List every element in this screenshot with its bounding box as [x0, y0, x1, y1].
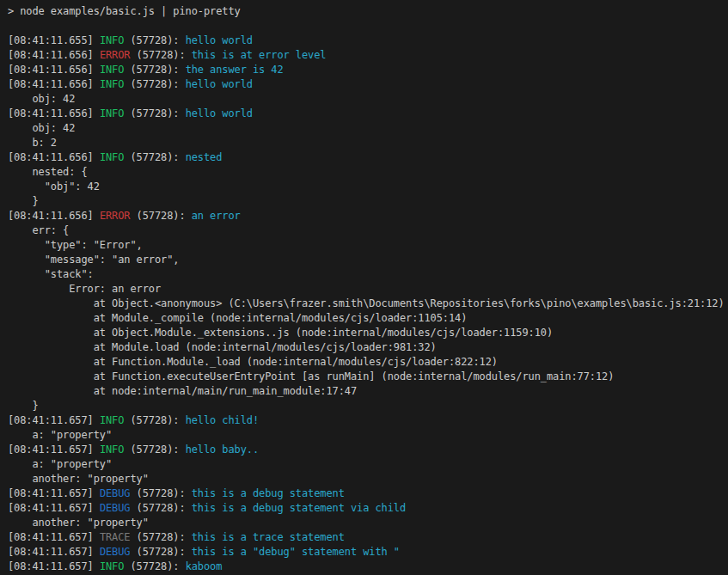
- terminal-text-span: hello world: [186, 78, 253, 90]
- terminal-line: at Object.<anonymous> (C:\Users\frazer.s…: [8, 297, 728, 311]
- terminal-text-span: at Object.<anonymous> (C:\Users\frazer.s…: [8, 297, 725, 309]
- terminal-text-span: [08:41:11.657]: [8, 502, 100, 514]
- terminal-text-span: this is at error level: [192, 49, 327, 61]
- terminal-text-span: at Function.executeUserEntryPoint [as ru…: [8, 370, 614, 382]
- terminal-text-span: err: {: [8, 224, 69, 236]
- terminal-text-span: (57728):: [131, 502, 192, 514]
- terminal-line: at Object.Module._extensions..js (node:i…: [8, 326, 728, 340]
- terminal-line: at Function.Module._load (node:internal/…: [8, 355, 728, 370]
- terminal-text-span: INFO: [100, 107, 125, 119]
- terminal-line: [08:41:11.657] INFO (57728): kaboom: [8, 560, 728, 574]
- terminal-line: [08:41:11.657] INFO (57728): hello child…: [8, 413, 728, 428]
- terminal-text-span: [08:41:11.657]: [8, 487, 100, 499]
- terminal-text-span: (57728):: [124, 34, 185, 46]
- terminal-text-span: [08:41:11.657]: [8, 414, 100, 426]
- terminal-text-span: (57728):: [124, 78, 185, 90]
- terminal-text-span: at Module._compile (node:internal/module…: [8, 312, 467, 324]
- terminal-text-span: (57728):: [131, 49, 192, 61]
- terminal-text-span: (57728):: [131, 546, 192, 558]
- terminal-text-span: b: 2: [8, 137, 57, 149]
- terminal-text-span: INFO: [100, 443, 125, 456]
- terminal-text-span: hello child!: [186, 414, 260, 426]
- terminal-text-span: DEBUG: [100, 487, 131, 499]
- terminal-text-span: (57728):: [124, 107, 185, 119]
- terminal-text-span: "type": "Error",: [8, 239, 143, 251]
- terminal-text-span: a: "property": [8, 458, 112, 470]
- terminal-line: [08:41:11.657] DEBUG (57728): this is a …: [8, 501, 728, 516]
- terminal-output[interactable]: > node examples/basic.js | pino-pretty[0…: [0, 0, 728, 575]
- terminal-text-span: "message": "an error",: [8, 254, 180, 266]
- terminal-text-span: INFO: [100, 151, 125, 163]
- terminal-line: at Module.load (node:internal/modules/cj…: [8, 340, 728, 355]
- terminal-text-span: hello world: [186, 107, 253, 119]
- terminal-line: another: "property": [8, 516, 728, 530]
- terminal-text-span: }: [8, 195, 39, 207]
- terminal-text-span: [08:41:11.656]: [8, 78, 100, 90]
- terminal-line: "message": "an error",: [8, 253, 728, 267]
- terminal-text-span: kaboom: [186, 560, 223, 572]
- terminal-line: [08:41:11.656] INFO (57728): the answer …: [8, 63, 728, 77]
- terminal-text-span: this is a "debug" statement with ": [192, 546, 400, 558]
- terminal-line: [8, 19, 728, 34]
- terminal-text-span: at Module.load (node:internal/modules/cj…: [8, 341, 437, 353]
- terminal-line: err: {: [8, 223, 728, 238]
- terminal-text-span: (57728):: [131, 531, 192, 543]
- terminal-text-span: INFO: [100, 78, 125, 90]
- terminal-text-span: DEBUG: [100, 502, 131, 514]
- terminal-line: [08:41:11.656] INFO (57728): nested: [8, 150, 728, 165]
- terminal-text-span: this is a trace statement: [192, 531, 345, 543]
- terminal-line: "obj": 42: [8, 180, 728, 194]
- terminal-text-span: nested: [186, 151, 223, 163]
- terminal-text-span: INFO: [100, 414, 125, 426]
- terminal-line: obj: 42: [8, 92, 728, 107]
- terminal-text-span: [08:41:11.656]: [8, 107, 100, 119]
- terminal-line: at Function.executeUserEntryPoint [as ru…: [8, 370, 728, 384]
- terminal-line: nested: {: [8, 165, 728, 180]
- terminal-text-span: TRACE: [100, 531, 131, 543]
- terminal-line: [08:41:11.657] INFO (57728): hello baby.…: [8, 443, 728, 457]
- terminal-line: }: [8, 399, 728, 413]
- terminal-line: at node:internal/main/run_main_module:17…: [8, 384, 728, 399]
- terminal-line: at Module._compile (node:internal/module…: [8, 311, 728, 326]
- terminal-text-span: (57728):: [124, 151, 185, 163]
- terminal-text-span: ERROR: [100, 49, 131, 61]
- terminal-text-span: INFO: [100, 560, 125, 572]
- terminal-line: "stack":: [8, 267, 728, 282]
- terminal-text-span: obj: 42: [8, 93, 75, 105]
- terminal-line: [08:41:11.655] INFO (57728): hello world: [8, 34, 728, 48]
- terminal-line: b: 2: [8, 136, 728, 150]
- terminal-text-span: [08:41:11.657]: [8, 560, 100, 572]
- terminal-text-span: "obj": 42: [8, 180, 100, 193]
- terminal-text-span: [08:41:11.655]: [8, 34, 100, 46]
- terminal-text-span: [08:41:11.656]: [8, 210, 100, 222]
- terminal-text-span: the answer is 42: [186, 64, 284, 76]
- terminal-text-span: another: "property": [8, 517, 149, 529]
- terminal-line: a: "property": [8, 457, 728, 472]
- terminal-text-span: an error: [192, 210, 241, 222]
- terminal-text-span: INFO: [100, 34, 125, 46]
- terminal-line: [08:41:11.656] INFO (57728): hello world: [8, 77, 728, 92]
- terminal-line: }: [8, 194, 728, 209]
- terminal-line: Error: an error: [8, 282, 728, 297]
- terminal-text-span: Error: an error: [8, 283, 161, 295]
- terminal-text-span: [08:41:11.657]: [8, 546, 100, 558]
- terminal-text-span: (57728):: [124, 414, 185, 426]
- terminal-text-span: at Object.Module._extensions..js (node:i…: [8, 327, 553, 339]
- terminal-text-span: at node:internal/main/run_main_module:17…: [8, 385, 357, 397]
- terminal-text-span: (57728):: [124, 560, 185, 572]
- terminal-line: another: "property": [8, 472, 728, 486]
- terminal-text-span: INFO: [100, 64, 125, 76]
- terminal-text-span: at Function.Module._load (node:internal/…: [8, 356, 498, 368]
- terminal-text-span: [08:41:11.656]: [8, 64, 100, 76]
- terminal-text-span: [08:41:11.656]: [8, 49, 100, 61]
- terminal-text-span: }: [8, 400, 39, 412]
- terminal-line: a: "property": [8, 428, 728, 443]
- terminal-text-span: ERROR: [100, 210, 131, 222]
- terminal-text-span: another: "property": [8, 473, 149, 485]
- terminal-text-span: (57728):: [131, 210, 192, 222]
- terminal-line: [08:41:11.657] TRACE (57728): this is a …: [8, 530, 728, 545]
- terminal-text-span: "stack":: [8, 268, 94, 280]
- terminal-line: > node examples/basic.js | pino-pretty: [8, 4, 728, 19]
- terminal-text-span: hello baby..: [186, 443, 260, 456]
- terminal-text-span: obj: 42: [8, 122, 75, 134]
